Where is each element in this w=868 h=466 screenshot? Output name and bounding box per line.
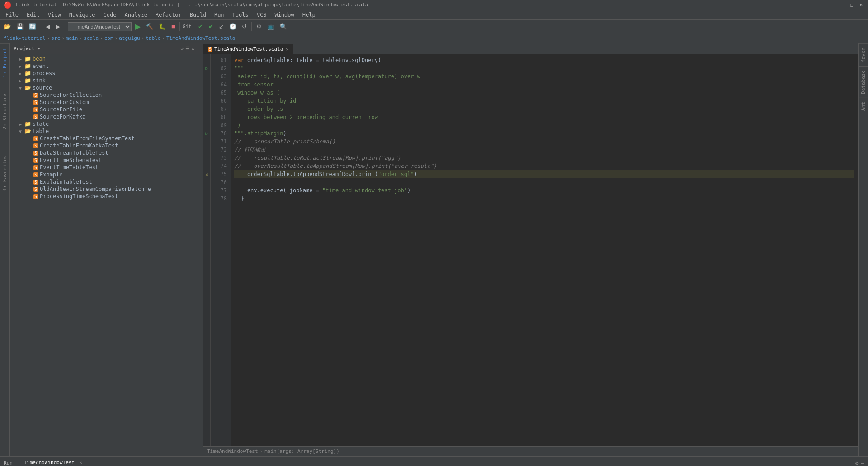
tree-item-Example[interactable]: S Example	[10, 171, 203, 178]
menu-code[interactable]: Code	[100, 11, 120, 19]
build-button[interactable]: 🔨	[144, 22, 155, 31]
tree-label-state: state	[33, 121, 49, 127]
toolbar-forward[interactable]: ▶	[54, 22, 62, 31]
search-button[interactable]: 🔍	[278, 22, 289, 31]
toolbar-refresh[interactable]: 🔄	[27, 22, 38, 31]
menu-analyze[interactable]: Analyze	[121, 11, 151, 19]
menu-navigate[interactable]: Navigate	[66, 11, 99, 19]
scala-icon-6: S	[33, 143, 38, 148]
bc-main[interactable]: main	[66, 35, 78, 41]
menu-window[interactable]: Window	[271, 11, 297, 19]
bottom-panel: Run: TimeAndWindowTest ✕ ⚙ — ▶ ▲ ▼ ■ ↺ 📜…	[0, 456, 868, 466]
tree-item-ProcessingTimeSchemaTest[interactable]: S ProcessingTimeSchemaTest	[10, 193, 203, 200]
tab-maven[interactable]: Maven	[859, 43, 868, 66]
toolbar-open[interactable]: 📂	[2, 22, 13, 31]
tree-label-EventTimeSchemaTest: EventTimeSchemaTest	[40, 157, 102, 163]
terminal-button[interactable]: 📺	[265, 22, 276, 31]
run-settings-icon[interactable]: ⚙	[855, 460, 859, 466]
right-vertical-tabs: Maven Database Ant	[858, 43, 868, 456]
tree-item-sink[interactable]: ▶ 📁 sink	[10, 77, 203, 84]
tree-item-state[interactable]: ▶ 📁 state	[10, 120, 203, 128]
bc-file[interactable]: TimeAndWindowTest.scala	[166, 35, 235, 41]
code-line-69: |)	[234, 121, 854, 129]
editor-tab-main[interactable]: S TimeAndWindowTest.scala ✕	[203, 44, 293, 54]
tree-item-DataStreamToTableTest[interactable]: S DataStreamToTableTest	[10, 149, 203, 157]
bc-flink[interactable]: flink-tutorial	[4, 35, 46, 41]
tree-item-ExplainTableTest[interactable]: S ExplainTableTest	[10, 178, 203, 185]
tree-item-CreateTableFromKafkaTest[interactable]: S CreateTableFromKafkaTest	[10, 142, 203, 149]
tree-item-event[interactable]: ▶ 📁 event	[10, 62, 203, 70]
file-bc-class[interactable]: TimeAndWindowTest	[207, 448, 258, 454]
scala-icon-12: S	[33, 187, 38, 192]
tree-item-OldAndNew[interactable]: S OldAndNewInStreamComparisonBatchTe	[10, 185, 203, 193]
toolbar-save[interactable]: 💾	[14, 22, 25, 31]
run-tab-TimeAndWindowTest[interactable]: TimeAndWindowTest ✕	[19, 459, 87, 466]
scala-icon-4: S	[33, 114, 38, 119]
tab-close[interactable]: ✕	[286, 47, 288, 52]
tab-ant[interactable]: Ant	[859, 98, 868, 114]
close-button[interactable]: ✕	[858, 2, 864, 8]
ln-75: 75	[211, 170, 227, 178]
toolbar-back[interactable]: ◀	[44, 22, 52, 31]
project-panel-title: Project ▾	[14, 46, 41, 52]
run-minimize-icon[interactable]: —	[861, 460, 864, 466]
maximize-button[interactable]: ❑	[849, 2, 855, 8]
panel-gear-icon[interactable]: ⚙	[192, 46, 195, 52]
bc-scala[interactable]: scala	[84, 35, 99, 41]
bc-com[interactable]: com	[104, 35, 113, 41]
menu-help[interactable]: Help	[299, 11, 319, 19]
tree-item-process[interactable]: ▶ 📁 process	[10, 70, 203, 77]
tree-item-EventTimeTableTest[interactable]: S EventTimeTableTest	[10, 164, 203, 171]
tree-item-SourceForCustom[interactable]: S SourceForCustom	[10, 99, 203, 106]
tab-project[interactable]: 1: Project	[0, 43, 9, 81]
minimize-button[interactable]: —	[839, 2, 846, 8]
menubar: File Edit View Navigate Code Analyze Ref…	[0, 10, 868, 20]
bc-atguigu[interactable]: atguigu	[119, 35, 140, 41]
line-numbers: 61 62 63 64 65 66 67 68 69 70 71 72 73 7…	[211, 54, 231, 446]
toolbar-separator-4	[251, 22, 252, 31]
menu-view[interactable]: View	[44, 11, 65, 19]
tree-item-SourceForKafka[interactable]: S SourceForKafka	[10, 113, 203, 120]
code-content[interactable]: var orderSqlTable: Table = tableEnv.sqlQ…	[231, 54, 858, 446]
tab-structure[interactable]: 2: Structure	[0, 90, 9, 133]
ln-61: 61	[211, 56, 227, 64]
git-history[interactable]: 🕐	[227, 22, 238, 31]
menu-build[interactable]: Build	[186, 11, 210, 19]
settings-button[interactable]: ⚙	[255, 22, 264, 31]
debug-button[interactable]: 🐛	[157, 22, 168, 31]
project-panel-icons: ⚙ ☰ ⚙ —	[180, 46, 199, 52]
git-pull[interactable]: ↙	[217, 22, 226, 31]
tab-database[interactable]: Database	[859, 66, 868, 98]
tree-item-source[interactable]: ▼ 📂 source	[10, 84, 203, 91]
run-tab-close[interactable]: ✕	[80, 460, 82, 465]
tab-favorites[interactable]: 4: Favorites	[0, 152, 9, 195]
menu-edit[interactable]: Edit	[23, 11, 43, 19]
gutter-70: ▷	[203, 129, 210, 138]
file-bc-method[interactable]: main(args: Array[String])	[264, 448, 340, 454]
panel-layout-icon[interactable]: ☰	[185, 46, 190, 52]
git-check[interactable]: ✔	[196, 22, 205, 31]
bc-table[interactable]: table	[146, 35, 160, 41]
git-push[interactable]: ✔	[207, 22, 215, 31]
stop-button[interactable]: ■	[170, 22, 177, 31]
run-config-selector[interactable]: TimeAndWindowTest	[68, 22, 132, 31]
menu-file[interactable]: File	[2, 11, 22, 19]
tree-item-table[interactable]: ▼ 📂 table	[10, 128, 203, 135]
bc-src[interactable]: src	[51, 35, 60, 41]
menu-tools[interactable]: Tools	[229, 11, 252, 19]
panel-close-icon[interactable]: —	[196, 46, 199, 52]
panel-settings-icon[interactable]: ⚙	[180, 46, 184, 52]
tree-label-Example: Example	[40, 171, 63, 178]
toolbar-separator-1	[41, 22, 41, 31]
menu-refactor[interactable]: Refactor	[152, 11, 185, 19]
tree-item-bean[interactable]: ▶ 📁 bean	[10, 55, 203, 62]
tree-item-SourceForCollection[interactable]: S SourceForCollection	[10, 91, 203, 99]
tree-item-CreateTableFromFileSystemTest[interactable]: S CreateTableFromFileSystemTest	[10, 135, 203, 142]
tree-item-EventTimeSchemaTest[interactable]: S EventTimeSchemaTest	[10, 157, 203, 164]
tree-item-SourceForFile[interactable]: S SourceForFile	[10, 106, 203, 113]
code-line-62: """	[234, 64, 854, 72]
git-revert[interactable]: ↺	[240, 22, 249, 31]
run-button[interactable]: ▶	[133, 21, 142, 32]
menu-vcs[interactable]: VCS	[253, 11, 270, 19]
menu-run[interactable]: Run	[211, 11, 228, 19]
